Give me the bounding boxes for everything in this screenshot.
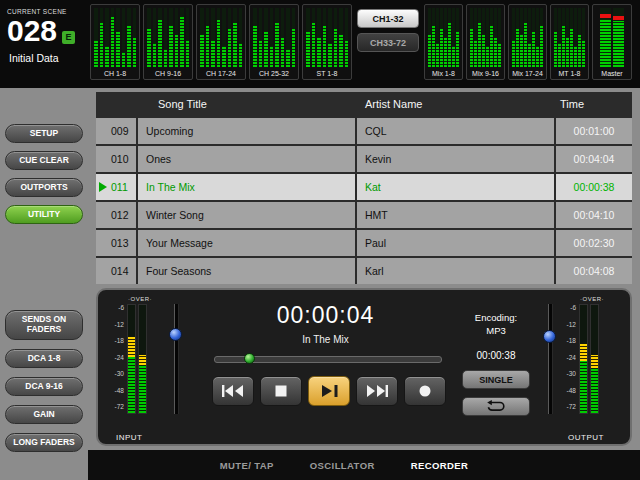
forward-button[interactable]	[356, 376, 398, 406]
song-row-013[interactable]: 013Your MessagePaul00:02:30	[96, 230, 632, 256]
scene-edit-badge: E	[62, 31, 75, 44]
meter-group-label: CH 9-16	[144, 68, 192, 79]
input-fader-knob[interactable]	[169, 328, 182, 341]
meter-group-mt-1-8: MT 1-8	[550, 4, 589, 80]
play-pause-button[interactable]	[308, 376, 350, 406]
song-artist: Kat	[357, 174, 554, 200]
output-fader-knob[interactable]	[543, 330, 556, 343]
tab-oscillator[interactable]: OSCILLATOR	[310, 460, 375, 471]
song-time: 00:02:30	[556, 230, 632, 256]
bottom-tab-bar: MUTE/ TAPOSCILLATORRECORDER	[88, 450, 640, 480]
meter-group-master: Master	[592, 4, 632, 80]
song-title: Upcoming	[138, 118, 355, 144]
sidebar-button-dca-1-8[interactable]: DCA 1-8	[5, 349, 83, 368]
meter-group-st-1-8: ST 1-8	[302, 4, 352, 80]
progress-bar[interactable]	[214, 356, 442, 363]
output-label: OUTPUT	[568, 433, 604, 442]
transport-controls	[212, 376, 446, 406]
over-indicator	[600, 14, 611, 18]
meter-row: CH 1-8CH 9-16CH 17-24CH 25-32ST 1-8 CH1-…	[90, 4, 632, 80]
input-meter-bars	[127, 304, 147, 414]
song-number: 010	[96, 146, 136, 172]
header-song-title: Song Title	[138, 98, 355, 110]
song-rows: 009UpcomingCQL00:01:00010OnesKevin00:04:…	[96, 118, 632, 284]
sidebar-button-setup[interactable]: SETUP	[5, 124, 83, 143]
meter-group-ch-1-8: CH 1-8	[90, 4, 140, 80]
meter-group-ch-17-24: CH 17-24	[196, 4, 246, 80]
play-mode-button[interactable]: SINGLE	[462, 370, 530, 389]
input-meter-scale: -6-12-18-24-30-48-72	[108, 305, 124, 411]
top-meter-bridge: CURRENT SCENE 028 E Initial Data CH 1-8C…	[0, 0, 640, 88]
meter-groups-left: CH 1-8CH 9-16CH 17-24CH 25-32ST 1-8	[90, 4, 352, 80]
repeat-button[interactable]	[462, 397, 530, 416]
song-row-009[interactable]: 009UpcomingCQL00:01:00	[96, 118, 632, 144]
output-meter-scale: -6-12-18-24-30-48-72	[560, 305, 576, 411]
meter-group-ch-25-32: CH 25-32	[249, 4, 299, 80]
recorder-panel: ·OVER· -6-12-18-24-30-48-72 INPUT 00:00:…	[96, 288, 632, 446]
level-bar	[590, 304, 599, 414]
sidebar-button-sends-on-faders[interactable]: SENDS ON FADERS	[5, 310, 83, 340]
scene-name: Initial Data	[9, 52, 88, 64]
song-row-011[interactable]: 011In The MixKat00:00:38	[96, 174, 632, 200]
song-list-header: Song Title Artist Name Time	[96, 92, 632, 116]
level-bar	[138, 304, 147, 414]
sidebar: SETUPCUE CLEAROUTPORTSUTILITY SENDS ON F…	[0, 88, 88, 480]
meter-group-mix-1-8: Mix 1-8	[424, 4, 463, 80]
output-meter: ·OVER· -6-12-18-24-30-48-72 OUTPUT	[540, 296, 622, 442]
input-meter: ·OVER· -6-12-18-24-30-48-72 INPUT	[108, 296, 190, 442]
record-button[interactable]	[404, 376, 446, 406]
layer-button-ch1-32[interactable]: CH1-32	[357, 9, 419, 28]
playing-icon	[99, 182, 107, 192]
song-number: 014	[96, 258, 136, 284]
input-fader[interactable]	[168, 304, 183, 414]
song-title: Four Seasons	[138, 258, 355, 284]
tab-recorder[interactable]: RECORDER	[411, 460, 469, 471]
input-fader-track[interactable]	[174, 304, 179, 414]
meter-group-label: CH 25-32	[250, 68, 298, 79]
song-number: 013	[96, 230, 136, 256]
song-artist: CQL	[357, 118, 554, 144]
song-time: 00:01:00	[556, 118, 632, 144]
output-meter-bars	[579, 304, 599, 414]
song-list: Song Title Artist Name Time 009UpcomingC…	[96, 92, 632, 284]
encoding-value: MP3	[450, 325, 542, 336]
song-row-014[interactable]: 014Four SeasonsKarl00:04:08	[96, 258, 632, 284]
layer-buttons: CH1-32CH33-72	[355, 4, 421, 52]
sidebar-button-outports[interactable]: OUTPORTS	[5, 178, 83, 197]
meter-group-label: MT 1-8	[551, 68, 588, 79]
song-row-012[interactable]: 012Winter SongHMT00:04:10	[96, 202, 632, 228]
song-row-010[interactable]: 010OnesKevin00:04:04	[96, 146, 632, 172]
tab-mute-tap[interactable]: MUTE/ TAP	[220, 460, 274, 471]
stop-button[interactable]	[260, 376, 302, 406]
meter-group-mix-17-24: Mix 17-24	[508, 4, 547, 80]
over-indicator	[613, 16, 624, 20]
header-time: Time	[556, 98, 632, 110]
layer-button-ch33-72[interactable]: CH33-72	[357, 33, 419, 52]
output-fader[interactable]	[542, 304, 557, 414]
level-bar	[127, 304, 136, 414]
song-total-time: 00:00:38	[450, 350, 542, 361]
output-fader-track[interactable]	[548, 304, 553, 414]
meter-group-mix-9-16: Mix 9-16	[466, 4, 505, 80]
song-title: Winter Song	[138, 202, 355, 228]
rewind-button[interactable]	[212, 376, 254, 406]
meter-group-label: CH 1-8	[91, 68, 139, 79]
encoding-label: Encoding:	[450, 312, 542, 323]
current-song-title: In The Mix	[213, 334, 438, 345]
progress-knob[interactable]	[244, 353, 255, 364]
level-bar	[579, 304, 588, 414]
elapsed-time: 00:00:04	[213, 302, 438, 329]
sidebar-button-dca-9-16[interactable]: DCA 9-16	[5, 377, 83, 396]
sidebar-button-gain[interactable]: GAIN	[5, 405, 83, 424]
sidebar-button-utility[interactable]: UTILITY	[5, 205, 83, 224]
song-time: 00:00:38	[556, 174, 632, 200]
song-title: Ones	[138, 146, 355, 172]
meter-group-label: CH 17-24	[197, 68, 245, 79]
meter-group-label: Mix 17-24	[509, 68, 546, 79]
song-time: 00:04:04	[556, 146, 632, 172]
song-artist: HMT	[357, 202, 554, 228]
song-number: 009	[96, 118, 136, 144]
sidebar-button-cue-clear[interactable]: CUE CLEAR	[5, 151, 83, 170]
meter-group-ch-9-16: CH 9-16	[143, 4, 193, 80]
sidebar-button-long-faders[interactable]: LONG FADERS	[5, 433, 83, 452]
